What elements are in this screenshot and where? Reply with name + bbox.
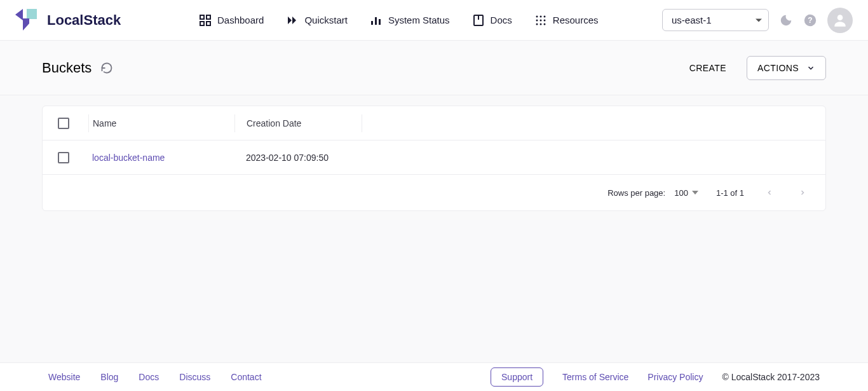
column-header-creation-date[interactable]: Creation Date <box>234 114 362 132</box>
svg-marker-9 <box>292 17 296 24</box>
svg-rect-10 <box>371 21 373 25</box>
nav-docs[interactable]: Docs <box>473 15 512 26</box>
system-status-icon <box>370 15 382 26</box>
docs-icon <box>473 15 484 26</box>
dashboard-icon <box>200 15 211 26</box>
row-checkbox[interactable] <box>58 152 69 163</box>
nav-docs-label: Docs <box>491 15 512 25</box>
svg-rect-7 <box>207 22 210 25</box>
buckets-table-card: Name Creation Date local-bucket-name 202… <box>42 106 826 211</box>
footer: Website Blog Docs Discuss Contact Suppor… <box>0 362 868 391</box>
svg-rect-6 <box>200 22 204 25</box>
svg-marker-3 <box>23 24 29 31</box>
svg-point-15 <box>536 15 538 17</box>
nav-dashboard[interactable]: Dashboard <box>200 15 264 26</box>
footer-link-discuss[interactable]: Discuss <box>179 372 210 382</box>
svg-point-16 <box>539 15 541 17</box>
page-title: Buckets <box>42 60 92 76</box>
refresh-button[interactable] <box>100 62 113 74</box>
support-button[interactable]: Support <box>491 367 543 387</box>
svg-marker-8 <box>288 17 292 24</box>
svg-point-21 <box>536 23 538 25</box>
svg-point-26 <box>837 15 843 20</box>
svg-point-20 <box>543 19 545 21</box>
caret-down-icon <box>756 18 762 22</box>
select-all-checkbox[interactable] <box>58 118 69 129</box>
column-header-name[interactable]: Name <box>88 114 234 132</box>
footer-link-blog[interactable]: Blog <box>100 372 118 382</box>
footer-link-docs[interactable]: Docs <box>139 372 159 382</box>
quickstart-icon <box>287 15 298 26</box>
bucket-creation-date: 2023-02-10 07:09:50 <box>234 153 362 163</box>
brand-mark-icon <box>15 9 41 32</box>
svg-point-19 <box>539 19 541 21</box>
create-button[interactable]: CREATE <box>682 58 734 78</box>
resources-icon <box>535 15 546 26</box>
table-row: local-bucket-name 2023-02-10 07:09:50 <box>43 141 825 175</box>
svg-point-17 <box>543 15 545 17</box>
footer-link-contact[interactable]: Contact <box>231 372 261 382</box>
footer-link-website[interactable]: Website <box>48 372 80 382</box>
pagination-bar: Rows per page: 100 1-1 of 1 <box>43 175 825 210</box>
brand-logo[interactable]: LocalStack <box>15 9 142 32</box>
actions-label: ACTIONS <box>757 63 799 73</box>
next-page-button[interactable] <box>795 185 810 200</box>
nav-quickstart-label: Quickstart <box>304 15 348 25</box>
nav-dashboard-label: Dashboard <box>217 15 264 25</box>
svg-marker-27 <box>692 191 698 195</box>
svg-point-18 <box>536 19 538 21</box>
svg-rect-4 <box>200 15 204 19</box>
svg-point-23 <box>543 23 545 25</box>
user-avatar[interactable] <box>827 8 853 33</box>
rows-per-page-select[interactable]: 100 <box>674 188 698 198</box>
pagination-range: 1-1 of 1 <box>716 188 744 198</box>
chevron-down-icon <box>806 64 815 72</box>
svg-rect-0 <box>27 9 37 19</box>
topbar-right: us-east-1 ? <box>662 8 853 33</box>
nav-quickstart[interactable]: Quickstart <box>287 15 348 26</box>
nav-resources[interactable]: Resources <box>535 15 599 26</box>
actions-dropdown[interactable]: ACTIONS <box>747 56 826 80</box>
caret-down-icon <box>692 189 698 196</box>
svg-rect-2 <box>23 18 29 24</box>
nav-resources-label: Resources <box>553 15 599 25</box>
region-value: us-east-1 <box>672 15 712 25</box>
column-header-spacer <box>362 114 810 132</box>
svg-rect-12 <box>379 19 381 25</box>
page-header: Buckets CREATE ACTIONS <box>0 41 868 95</box>
svg-rect-11 <box>375 17 377 25</box>
footer-link-tos[interactable]: Terms of Service <box>562 372 628 382</box>
rows-per-page-value: 100 <box>674 188 688 198</box>
footer-copyright: © LocalStack 2017-2023 <box>722 372 820 382</box>
region-selector[interactable]: us-east-1 <box>662 9 769 31</box>
nav-system-status-label: System Status <box>388 15 450 25</box>
svg-text:?: ? <box>808 15 812 24</box>
nav-system-status[interactable]: System Status <box>370 15 450 26</box>
brand-text: LocalStack <box>47 12 121 29</box>
svg-marker-1 <box>15 9 23 20</box>
svg-point-22 <box>539 23 541 25</box>
rows-per-page-label: Rows per page: <box>607 188 665 198</box>
dark-mode-toggle[interactable] <box>779 13 793 27</box>
svg-rect-5 <box>207 15 210 19</box>
prev-page-button[interactable] <box>762 185 777 200</box>
bucket-name-link[interactable]: local-bucket-name <box>92 153 165 163</box>
help-icon[interactable]: ? <box>803 13 817 27</box>
footer-link-privacy[interactable]: Privacy Policy <box>648 372 703 382</box>
table-header-row: Name Creation Date <box>43 106 825 141</box>
topbar: LocalStack Dashboard Quickstart <box>0 0 868 41</box>
main-nav: Dashboard Quickstart System Status <box>200 15 662 26</box>
